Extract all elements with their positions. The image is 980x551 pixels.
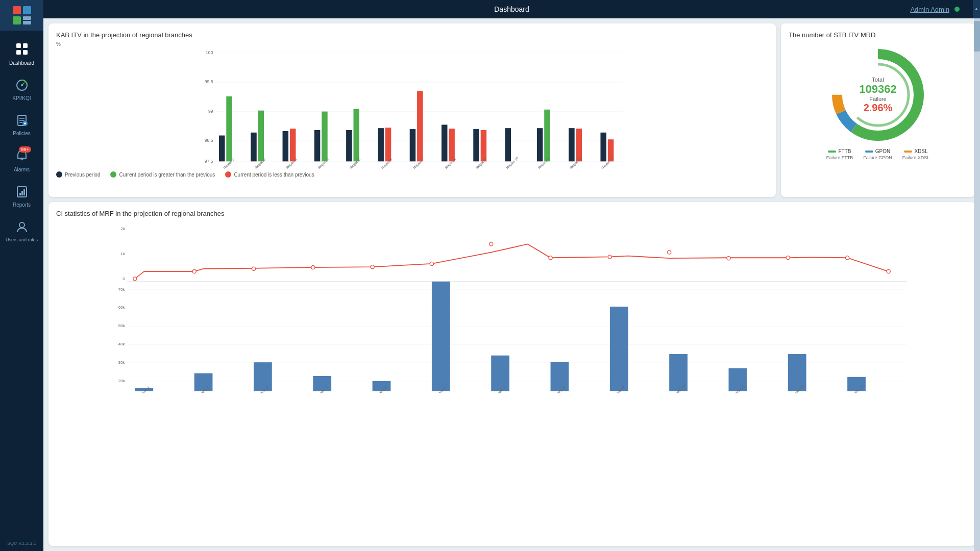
svg-rect-108 (551, 362, 569, 391)
topbar-right: Admin Admin (910, 6, 960, 13)
donut-center: Total 109362 Failure 2.96% (859, 77, 896, 114)
version-label: SQM v.1.2.1.1 (7, 541, 36, 546)
svg-point-128 (608, 255, 611, 259)
svg-point-133 (887, 270, 890, 273)
svg-text:20k: 20k (118, 379, 126, 383)
scrollbar-thumb[interactable] (974, 21, 980, 52)
legend-dot-prev (56, 171, 62, 178)
svg-text:60k: 60k (118, 305, 126, 310)
svg-rect-2 (13, 16, 21, 24)
svg-rect-0 (13, 6, 21, 14)
admin-link[interactable]: Admin Admin (910, 6, 949, 13)
svg-point-130 (727, 257, 730, 260)
svg-point-120 (133, 277, 137, 281)
svg-rect-4 (23, 21, 31, 24)
svg-rect-57 (449, 129, 455, 161)
svg-rect-106 (491, 356, 509, 391)
svg-rect-50 (378, 128, 384, 161)
svg-point-24 (19, 222, 24, 228)
svg-rect-48 (354, 109, 360, 162)
svg-rect-54 (417, 91, 423, 161)
dashboard-area: KAB ITV in the projection of regional br… (43, 18, 980, 551)
stb-chart-panel: The number of STB ITV MRD (781, 23, 975, 197)
stb-xdsl-label: XDSL (914, 148, 927, 154)
svg-text:98.5: 98.5 (205, 138, 213, 143)
topbar-title: Dashboard (494, 5, 529, 13)
svg-point-122 (252, 267, 255, 270)
scrollbar[interactable] (974, 18, 980, 551)
legend-label-down: Current period is less than previous (234, 172, 314, 178)
stb-legend-fttb: FTTB Failure FTTB (826, 148, 853, 160)
svg-rect-104 (432, 282, 450, 391)
kab-y-label: % (56, 41, 768, 47)
ci-chart-svg: 2k 1k 0 70k 60k 50k 40k 30k 20k (56, 220, 967, 393)
stb-legend: FTTB Failure FTTB GPON Failure GPON (826, 148, 930, 160)
stb-gpon-sublabel: Failure GPON (863, 155, 892, 160)
stb-gpon-color (865, 151, 873, 153)
svg-rect-60 (481, 130, 487, 161)
svg-rect-21 (19, 193, 21, 195)
bottom-row: CI statistics of MRF in the projection o… (48, 202, 975, 546)
svg-rect-36 (226, 96, 232, 161)
svg-point-123 (311, 265, 315, 269)
topbar: Dashboard Admin Admin (43, 0, 980, 18)
svg-text:99.5: 99.5 (205, 79, 213, 84)
stb-legend-xdsl: XDSL Failure XDSL (902, 148, 930, 160)
svg-rect-51 (385, 128, 391, 161)
stb-chart-title: The number of STB ITV MRD (789, 31, 967, 39)
svg-rect-62 (505, 128, 511, 161)
sidebar-item-dashboard[interactable]: Dashboard (0, 36, 43, 72)
svg-text:50k: 50k (118, 323, 126, 328)
svg-text:1k: 1k (120, 252, 125, 256)
svg-rect-42 (290, 129, 296, 161)
stb-legend-gpon: GPON Failure GPON (863, 148, 892, 160)
svg-text:40k: 40k (118, 342, 126, 346)
svg-rect-67 (569, 128, 575, 161)
legend-item-up: Current period is greater than the previ… (110, 171, 215, 178)
sidebar-policies-label: Policies (13, 131, 30, 136)
alarms-badge: 99+ (19, 146, 31, 153)
ci-chart-panel: CI statistics of MRF in the projection o… (48, 202, 975, 546)
sidebar-item-users[interactable]: Users and roles (0, 214, 43, 248)
svg-point-124 (371, 265, 374, 269)
stb-fttb-color (828, 151, 836, 153)
svg-rect-70 (600, 133, 606, 162)
svg-rect-44 (314, 130, 320, 161)
svg-point-127 (549, 256, 552, 260)
legend-item-prev: Previous period (56, 171, 100, 178)
svg-text:30k: 30k (118, 360, 126, 365)
sidebar-item-reports[interactable]: Reports (0, 179, 43, 214)
svg-rect-64 (537, 128, 543, 161)
svg-point-125 (430, 262, 433, 265)
sidebar-users-label: Users and roles (6, 237, 38, 242)
svg-point-126 (489, 242, 493, 246)
sidebar-item-policies[interactable]: Policies (0, 107, 43, 142)
svg-text:2k: 2k (120, 227, 125, 231)
svg-rect-45 (322, 112, 328, 162)
svg-rect-35 (219, 136, 225, 162)
svg-text:0: 0 (122, 277, 125, 281)
svg-rect-65 (544, 110, 550, 162)
sidebar-item-alarms[interactable]: 99+ Alarms (0, 142, 43, 179)
svg-rect-6 (23, 43, 28, 48)
kab-chart-panel: KAB ITV in the projection of regional br… (48, 23, 776, 197)
svg-text:70k: 70k (118, 287, 126, 292)
legend-dot-up (110, 171, 116, 178)
svg-rect-41 (283, 131, 289, 161)
kab-chart-svg: 100 99.5 99 98.5 97.5 (56, 48, 768, 165)
svg-rect-47 (346, 130, 352, 161)
svg-rect-3 (23, 16, 31, 20)
svg-point-132 (846, 256, 849, 260)
kab-legend: Previous period Current period is greate… (56, 171, 768, 178)
svg-rect-8 (23, 50, 28, 55)
sidebar-kpi-label: KPI/KQI (12, 95, 31, 101)
legend-item-down: Current period is less than previous (225, 171, 314, 178)
donut-total-label: Total (859, 77, 896, 83)
donut-total-value: 109362 (859, 83, 896, 96)
donut-container: Total 109362 Failure 2.96% FTTB F (789, 41, 967, 160)
svg-point-131 (786, 256, 790, 260)
top-row: KAB ITV in the projection of regional br… (48, 23, 975, 197)
sidebar-item-kpi[interactable]: KPI/KQI (0, 72, 43, 107)
svg-rect-56 (442, 124, 448, 161)
legend-dot-down (225, 171, 231, 178)
